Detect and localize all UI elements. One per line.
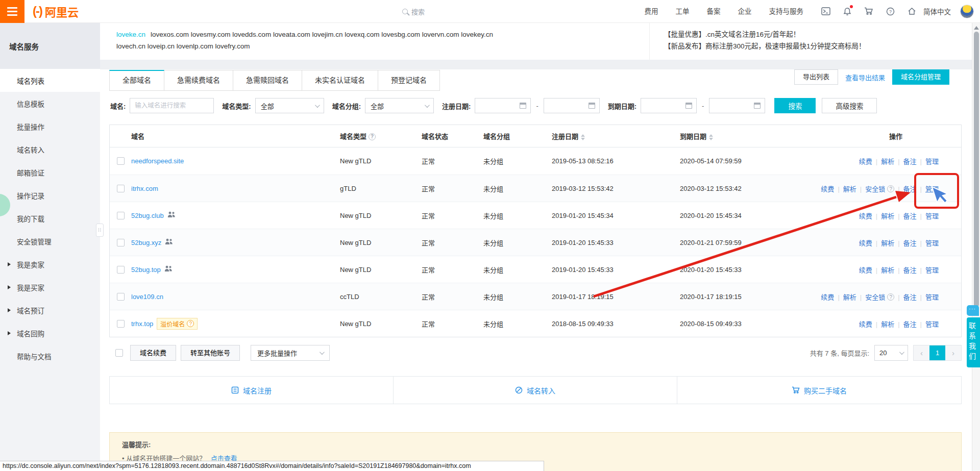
language-selector[interactable]: 简体中文 [923,6,951,16]
hamburger-menu-button[interactable] [0,0,24,23]
help-circle-icon[interactable] [187,320,194,327]
row-checkbox[interactable] [117,212,125,219]
home-icon[interactable] [907,7,916,16]
action-link-备注[interactable]: 备注 [903,212,917,220]
help-circle-icon[interactable] [887,185,894,192]
sidebar-item-安全锁管理[interactable]: 安全锁管理 [0,230,100,253]
action-link-解析[interactable]: 解析 [881,266,894,274]
action-link-续费[interactable]: 续费 [859,158,872,165]
batch-renew-button[interactable]: 域名续费 [130,345,176,361]
row-checkbox[interactable] [117,185,125,192]
domain-link[interactable]: trhx.top [131,320,153,328]
top-nav-item-企业[interactable]: 企业 [729,0,761,23]
row-checkbox[interactable] [117,157,125,165]
action-link-解析[interactable]: 解析 [881,212,894,220]
action-link-管理[interactable]: 管理 [925,239,939,247]
action-link-解析[interactable]: 解析 [843,293,856,301]
action-link-管理[interactable]: 管理 [925,320,939,328]
action-link-管理[interactable]: 管理 [925,266,939,274]
sidebar-item-域名列表[interactable]: 域名列表 [0,69,100,92]
action-link-管理[interactable]: 管理 [925,185,939,193]
domain-register-button[interactable]: 域名注册 [110,377,394,404]
action-link-安全锁[interactable]: 安全锁 [865,185,885,193]
global-search[interactable]: 搜索 [402,0,425,23]
aliyun-logo[interactable]: (-) 阿里云 [33,3,79,19]
sidebar-item-操作记录[interactable]: 操作记录 [0,184,100,207]
scrollbar-thumb[interactable] [974,32,979,307]
tab-全部域名[interactable]: 全部域名 [109,70,164,91]
current-page-button[interactable]: 1 [929,345,945,360]
sidebar-item-批量操作[interactable]: 批量操作 [0,115,100,138]
top-nav-item-支持与服务[interactable]: 支持与服务 [761,0,813,23]
batch-transfer-button[interactable]: 转至其他账号 [181,345,240,361]
select-all-checkbox[interactable] [115,349,123,357]
action-link-管理[interactable]: 管理 [925,293,939,301]
scrollbar[interactable] [972,23,980,471]
row-checkbox[interactable] [117,266,125,274]
action-link-续费[interactable]: 续费 [859,212,872,220]
row-checkbox[interactable] [117,320,125,328]
sidebar-item-我是买家[interactable]: 我是买家 [0,276,100,299]
top-nav-item-费用[interactable]: 费用 [636,0,667,23]
domain-link[interactable]: love109.cn [131,293,163,301]
action-link-续费[interactable]: 续费 [821,293,834,301]
view-export-result-link[interactable]: 查看导出结果 [845,72,885,82]
chat-bubble-icon[interactable] [967,305,979,316]
tab-未实名认证域名[interactable]: 未实名认证域名 [302,70,378,91]
search-button[interactable]: 搜索 [774,98,816,113]
top-nav-item-工单[interactable]: 工单 [667,0,698,23]
domain-group-manage-button[interactable]: 域名分组管理 [892,69,949,85]
action-link-备注[interactable]: 备注 [903,266,917,274]
sidebar-collapse-handle[interactable]: ⁞⁞ [96,224,104,237]
bell-icon[interactable] [843,7,852,16]
avatar[interactable] [960,5,974,18]
cart-icon[interactable] [864,7,873,16]
sort-icon[interactable] [709,134,713,140]
action-link-备注[interactable]: 备注 [903,239,917,247]
domain-link[interactable]: needforspeed.site [131,157,184,165]
action-link-管理[interactable]: 管理 [925,158,939,165]
action-link-续费[interactable]: 续费 [821,185,834,193]
sidebar-item-帮助与文档[interactable]: 帮助与文档 [0,344,100,367]
page-size-select[interactable]: 20 [874,345,908,361]
promo-highlight-domain-link[interactable]: loveke.cn [116,31,145,38]
domain-link[interactable]: 52bug.top [131,266,161,274]
sidebar-item-我的下载[interactable]: 我的下载 [0,207,100,230]
top-nav-item-备案[interactable]: 备案 [698,0,729,23]
action-link-解析[interactable]: 解析 [881,320,894,328]
scrollbar-up-arrow[interactable] [974,26,979,30]
action-link-续费[interactable]: 续费 [859,239,872,247]
reg-date-start-input[interactable] [475,98,531,113]
sidebar-item-域名转入[interactable]: 域名转入 [0,138,100,161]
domain-transfer-in-button[interactable]: 域名转入 [394,377,677,404]
export-list-button[interactable]: 导出列表 [794,69,838,85]
action-link-备注[interactable]: 备注 [903,320,917,328]
tab-急需赎回域名[interactable]: 急需赎回域名 [233,70,302,91]
advanced-search-button[interactable]: 高级搜索 [822,98,877,113]
terminal-icon[interactable] [821,7,830,16]
exp-date-end-input[interactable] [709,98,765,113]
action-link-管理[interactable]: 管理 [925,212,939,220]
next-page-button[interactable]: › [945,345,961,360]
more-batch-operations-select[interactable]: 更多批量操作 [251,345,330,361]
action-link-备注[interactable]: 备注 [903,158,917,165]
filter-type-select[interactable]: 全部 [255,98,324,113]
sidebar-item-我是卖家[interactable]: 我是卖家 [0,253,100,276]
prev-page-button[interactable]: ‹ [914,345,929,360]
sidebar-item-域名回购[interactable]: 域名回购 [0,321,100,344]
domain-link[interactable]: 52bug.club [131,212,164,219]
action-link-解析[interactable]: 解析 [843,185,856,193]
help-icon[interactable]: ? [886,7,895,16]
buy-secondhand-domain-button[interactable]: 购买二手域名 [677,377,961,404]
sidebar-item-信息模板[interactable]: 信息模板 [0,92,100,115]
action-link-备注[interactable]: 备注 [903,293,917,301]
action-link-解析[interactable]: 解析 [881,239,894,247]
tab-预登记域名[interactable]: 预登记域名 [378,70,440,91]
action-link-解析[interactable]: 解析 [881,158,894,165]
sidebar-item-邮箱验证[interactable]: 邮箱验证 [0,161,100,184]
sort-icon[interactable] [581,134,585,140]
row-checkbox[interactable] [117,293,125,301]
tab-急需续费域名[interactable]: 急需续费域名 [164,70,233,91]
filter-domain-input[interactable] [130,98,214,113]
domain-link[interactable]: itrhx.com [131,185,158,192]
